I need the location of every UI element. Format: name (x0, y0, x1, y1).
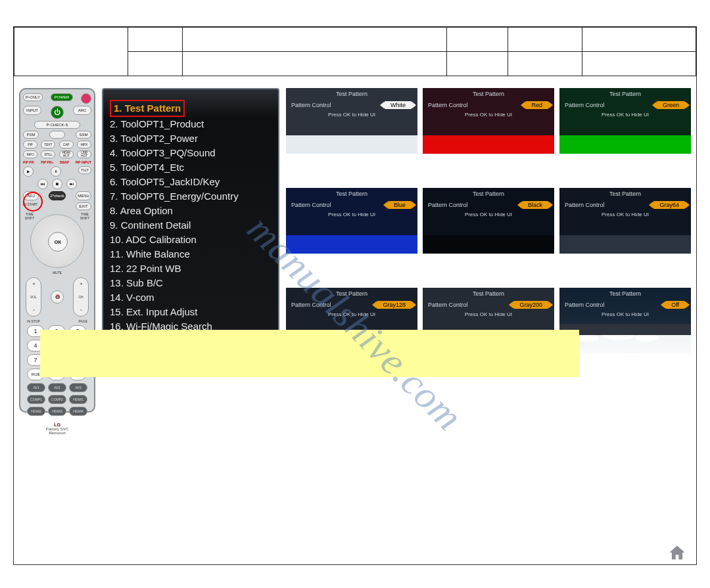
eye-button[interactable] (81, 93, 91, 104)
menu-item-1[interactable]: 1. Test Pattern (110, 100, 185, 117)
pattern-control-value[interactable]: Black (521, 201, 549, 209)
hdmi1-button[interactable]: HDMI1 (69, 395, 87, 404)
menu-item-11[interactable]: 11. White Balance (110, 247, 272, 261)
input-button[interactable]: INPUT (23, 106, 41, 115)
pip-input-label: PIP INPUT (76, 160, 91, 164)
pip-pr-minus-label: PIP PR- (23, 160, 35, 164)
pattern-control-label: Pattern Control (291, 202, 331, 208)
swap-label: SWAP (60, 160, 70, 164)
in-start-label: IN START (23, 202, 37, 210)
dpad[interactable]: OK (30, 214, 84, 268)
pattern-control-label: Pattern Control (291, 102, 331, 108)
pause-button[interactable]: ⏸ (51, 166, 61, 177)
menu-item-5[interactable]: 5. ToolOPT4_Etc (110, 160, 272, 175)
av1-button[interactable]: AV1 (27, 383, 45, 392)
prev-button[interactable]: ⏮ (37, 179, 48, 189)
av3-button[interactable]: AV3 (69, 383, 87, 392)
pattern-thumb-white: Test PatternPattern ControlWhitePress OK… (286, 88, 417, 154)
menu-item-2[interactable]: 2. ToolOPT1_Product (110, 117, 272, 131)
pattern-control-value[interactable]: Green (656, 101, 686, 109)
pattern-title: Test Pattern (336, 290, 367, 297)
hdmi2-button[interactable]: HDMI2 (27, 407, 45, 416)
menu-item-3[interactable]: 3. ToolOPT2_Power (110, 131, 272, 146)
menu-item-12[interactable]: 12. 22 Point WB (110, 261, 272, 276)
pattern-thumb-green: Test PatternPattern ControlGreenPress OK… (559, 88, 691, 154)
pattern-control-value[interactable]: Red (525, 101, 549, 109)
menu-item-9[interactable]: 9. Continent Detail (110, 218, 272, 233)
pattern-control-value[interactable]: Blue (387, 201, 412, 209)
pattern-control-label: Pattern Control (291, 302, 331, 308)
pattern-title: Test Pattern (609, 290, 641, 297)
cap-button[interactable]: CAP (59, 141, 74, 148)
arc-button[interactable]: ARC (73, 106, 91, 115)
pattern-thumb-gray64: Test PatternPattern ControlGray64Press O… (559, 188, 691, 254)
hdmi3-button[interactable]: HDMI3 (48, 407, 66, 416)
note-box (40, 330, 579, 377)
channel-rocker[interactable]: ＋CH－ (73, 277, 89, 317)
home-icon[interactable] (668, 543, 686, 562)
check2-button[interactable]: 2*check (49, 191, 66, 200)
ssm-button[interactable]: SSM (76, 131, 91, 139)
next-button[interactable]: ⏭ (66, 179, 77, 189)
pattern-control-label: Pattern Control (565, 302, 605, 308)
still-button[interactable]: STILL (41, 150, 55, 158)
comp1-button[interactable]: COMP1 (27, 395, 45, 404)
pattern-thumb-off: Test PatternPattern ControlOffPress OK t… (559, 288, 691, 353)
psm-button[interactable]: PSM (23, 131, 39, 139)
menu-item-15[interactable]: 15. Ext. Input Adjust (110, 305, 272, 319)
pattern-hint: Press OK to Hide UI (602, 112, 649, 118)
mpx-button[interactable]: MPX (77, 141, 91, 148)
pattern-hint: Press OK to Hide UI (465, 212, 512, 217)
pattern-hint: Press OK to Hide UI (465, 112, 512, 118)
menu-item-6[interactable]: 6. ToolOPT5_JackID/Key (110, 175, 272, 189)
brand-line3: Remocon (23, 431, 91, 435)
p-only-button[interactable]: P-ONLY (23, 93, 43, 101)
pattern-title: Test Pattern (473, 91, 504, 97)
info-button[interactable]: INFO (23, 150, 37, 158)
usb-hot-button[interactable]: USB HOT (77, 150, 91, 158)
pattern-control-value[interactable]: Gray200 (513, 301, 549, 309)
adj-button[interactable]: ADJ (23, 191, 39, 200)
hdmi4-button[interactable]: HDMI4 (69, 407, 87, 416)
play-button[interactable]: ▶ (23, 166, 34, 177)
exit-button[interactable]: EXIT (76, 202, 91, 210)
menu-button[interactable]: MENU (76, 191, 91, 200)
menu-item-4[interactable]: 4. ToolOPT3_PQ/Sound (110, 146, 272, 160)
stop-button[interactable]: ⏹ (52, 179, 62, 189)
input-ovals: AV1 AV2 AV3 COMP1 COMP2 HDMI1 HDMI2 HDMI… (23, 380, 91, 418)
pattern-hint: Press OK to Hide UI (328, 311, 375, 317)
pattern-control-label: Pattern Control (428, 302, 468, 308)
pattern-control-value[interactable]: Gray64 (653, 201, 686, 209)
pattern-hint: Press OK to Hide UI (465, 311, 512, 317)
comp2-button[interactable]: COMP2 (48, 395, 66, 404)
av2-button[interactable]: AV2 (48, 383, 66, 392)
text-button[interactable]: TEXT (41, 141, 55, 148)
tilt-button[interactable]: TILT (78, 166, 91, 174)
blank-button[interactable] (49, 131, 65, 139)
mute-button[interactable]: 🔇 (51, 290, 64, 304)
pattern-title: Test Pattern (473, 191, 504, 197)
menu-item-8[interactable]: 8. Area Option (110, 204, 272, 218)
pattern-hint: Press OK to Hide UI (602, 311, 649, 317)
pattern-control-value[interactable]: Gray128 (376, 301, 412, 309)
pattern-thumb-blue: Test PatternPattern ControlBluePress OK … (286, 188, 417, 254)
pattern-title: Test Pattern (609, 91, 641, 97)
menu-item-10[interactable]: 10. ADC Calibration (110, 233, 272, 247)
pattern-control-label: Pattern Control (428, 102, 468, 108)
volume-rocker[interactable]: ＋VOL－ (26, 277, 41, 317)
p-check-s-button[interactable]: P-CHECK-S (34, 121, 80, 129)
hdmi-hot-button[interactable]: HDMI HOT (59, 150, 74, 158)
pattern-hint: Press OK to Hide UI (328, 212, 375, 217)
pattern-control-label: Pattern Control (565, 102, 605, 108)
page-frame: P-ONLY POWER INPUT ⏻ ARC P-CHECK-S PSM S… (13, 26, 697, 565)
pattern-control-value[interactable]: White (384, 101, 412, 109)
ok-button[interactable]: OK (48, 232, 68, 252)
menu-item-13[interactable]: 13. Sub B/C (110, 276, 272, 290)
menu-item-14[interactable]: 14. V-com (110, 290, 272, 305)
page-label: PAGE (78, 319, 87, 323)
pattern-title: Test Pattern (473, 290, 504, 297)
power-button[interactable]: ⏻ (51, 106, 64, 119)
pip-button[interactable]: PIP (23, 141, 37, 148)
pattern-control-value[interactable]: Off (665, 301, 686, 309)
menu-item-7[interactable]: 7. ToolOPT6_Energy/Country (110, 189, 272, 204)
